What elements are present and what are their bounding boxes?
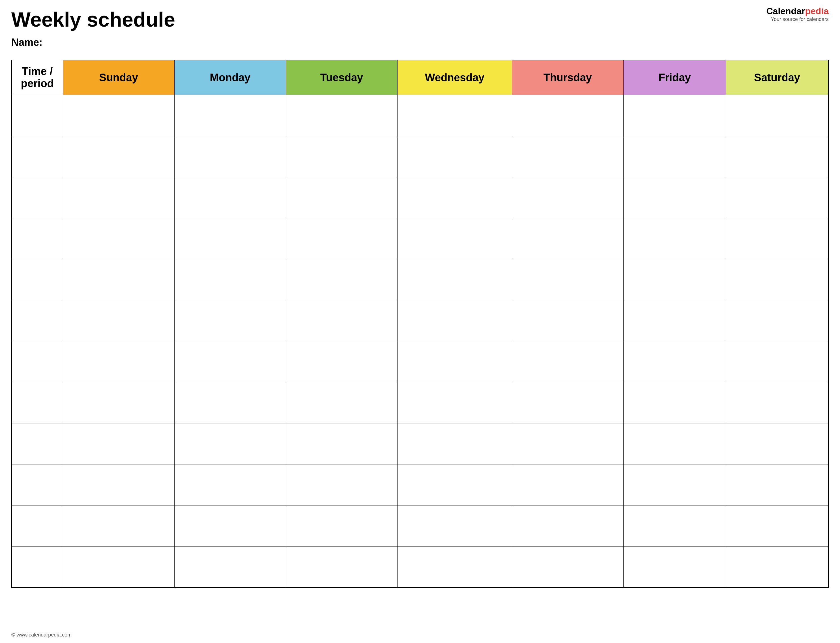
table-cell[interactable] <box>174 464 286 506</box>
table-cell[interactable] <box>726 423 829 464</box>
table-cell[interactable] <box>397 382 512 423</box>
table-cell[interactable] <box>623 300 726 341</box>
table-cell[interactable] <box>623 341 726 382</box>
table-cell[interactable] <box>726 382 829 423</box>
table-cell[interactable] <box>174 547 286 588</box>
table-cell[interactable] <box>512 547 623 588</box>
table-cell[interactable] <box>63 300 174 341</box>
table-cell[interactable] <box>174 136 286 177</box>
table-cell[interactable] <box>512 341 623 382</box>
table-cell[interactable] <box>726 259 829 300</box>
page-title: Weekly schedule <box>11 8 829 31</box>
table-cell[interactable] <box>623 464 726 506</box>
table-cell[interactable] <box>397 95 512 136</box>
table-cell[interactable] <box>726 464 829 506</box>
table-cell[interactable] <box>397 177 512 218</box>
table-cell[interactable] <box>286 382 397 423</box>
table-cell[interactable] <box>623 547 726 588</box>
table-cell[interactable] <box>726 177 829 218</box>
table-cell[interactable] <box>63 259 174 300</box>
table-cell[interactable] <box>512 300 623 341</box>
table-cell[interactable] <box>726 506 829 547</box>
table-cell[interactable] <box>63 423 174 464</box>
table-cell[interactable] <box>174 177 286 218</box>
table-cell[interactable] <box>11 95 63 136</box>
table-cell[interactable] <box>63 95 174 136</box>
table-cell[interactable] <box>286 218 397 259</box>
table-cell[interactable] <box>623 259 726 300</box>
table-cell[interactable] <box>63 177 174 218</box>
table-cell[interactable] <box>174 423 286 464</box>
table-cell[interactable] <box>174 382 286 423</box>
table-cell[interactable] <box>63 547 174 588</box>
table-cell[interactable] <box>63 341 174 382</box>
table-cell[interactable] <box>174 300 286 341</box>
table-cell[interactable] <box>11 341 63 382</box>
table-cell[interactable] <box>11 136 63 177</box>
table-cell[interactable] <box>623 136 726 177</box>
table-cell[interactable] <box>512 506 623 547</box>
table-row <box>11 136 829 177</box>
table-cell[interactable] <box>726 95 829 136</box>
table-cell[interactable] <box>726 218 829 259</box>
table-cell[interactable] <box>397 341 512 382</box>
table-cell[interactable] <box>63 382 174 423</box>
table-cell[interactable] <box>623 177 726 218</box>
table-cell[interactable] <box>63 464 174 506</box>
table-cell[interactable] <box>512 423 623 464</box>
table-cell[interactable] <box>623 95 726 136</box>
table-cell[interactable] <box>726 547 829 588</box>
table-cell[interactable] <box>11 464 63 506</box>
table-cell[interactable] <box>11 547 63 588</box>
table-cell[interactable] <box>512 95 623 136</box>
table-cell[interactable] <box>512 382 623 423</box>
table-cell[interactable] <box>286 259 397 300</box>
table-cell[interactable] <box>174 259 286 300</box>
table-cell[interactable] <box>397 547 512 588</box>
table-cell[interactable] <box>286 423 397 464</box>
table-cell[interactable] <box>11 423 63 464</box>
table-cell[interactable] <box>726 136 829 177</box>
table-cell[interactable] <box>726 341 829 382</box>
table-cell[interactable] <box>397 300 512 341</box>
table-cell[interactable] <box>512 218 623 259</box>
table-cell[interactable] <box>397 506 512 547</box>
table-cell[interactable] <box>397 136 512 177</box>
table-cell[interactable] <box>512 464 623 506</box>
table-cell[interactable] <box>174 506 286 547</box>
table-cell[interactable] <box>623 423 726 464</box>
table-cell[interactable] <box>286 177 397 218</box>
table-cell[interactable] <box>63 136 174 177</box>
table-cell[interactable] <box>174 218 286 259</box>
table-cell[interactable] <box>11 300 63 341</box>
table-cell[interactable] <box>286 95 397 136</box>
table-cell[interactable] <box>286 547 397 588</box>
table-cell[interactable] <box>286 341 397 382</box>
table-cell[interactable] <box>286 136 397 177</box>
table-cell[interactable] <box>397 464 512 506</box>
table-cell[interactable] <box>11 506 63 547</box>
table-cell[interactable] <box>512 136 623 177</box>
table-cell[interactable] <box>397 218 512 259</box>
table-cell[interactable] <box>286 464 397 506</box>
table-cell[interactable] <box>512 259 623 300</box>
table-cell[interactable] <box>63 506 174 547</box>
table-cell[interactable] <box>623 218 726 259</box>
table-cell[interactable] <box>63 218 174 259</box>
table-cell[interactable] <box>286 300 397 341</box>
table-cell[interactable] <box>11 177 63 218</box>
table-cell[interactable] <box>174 341 286 382</box>
table-cell[interactable] <box>11 218 63 259</box>
table-cell[interactable] <box>11 382 63 423</box>
table-cell[interactable] <box>11 259 63 300</box>
table-cell[interactable] <box>512 177 623 218</box>
header-time: Time / period <box>11 60 63 95</box>
table-cell[interactable] <box>726 300 829 341</box>
table-cell[interactable] <box>623 506 726 547</box>
table-cell[interactable] <box>397 259 512 300</box>
table-cell[interactable] <box>623 382 726 423</box>
table-cell[interactable] <box>397 423 512 464</box>
header-friday: Friday <box>623 60 726 95</box>
table-cell[interactable] <box>286 506 397 547</box>
table-cell[interactable] <box>174 95 286 136</box>
